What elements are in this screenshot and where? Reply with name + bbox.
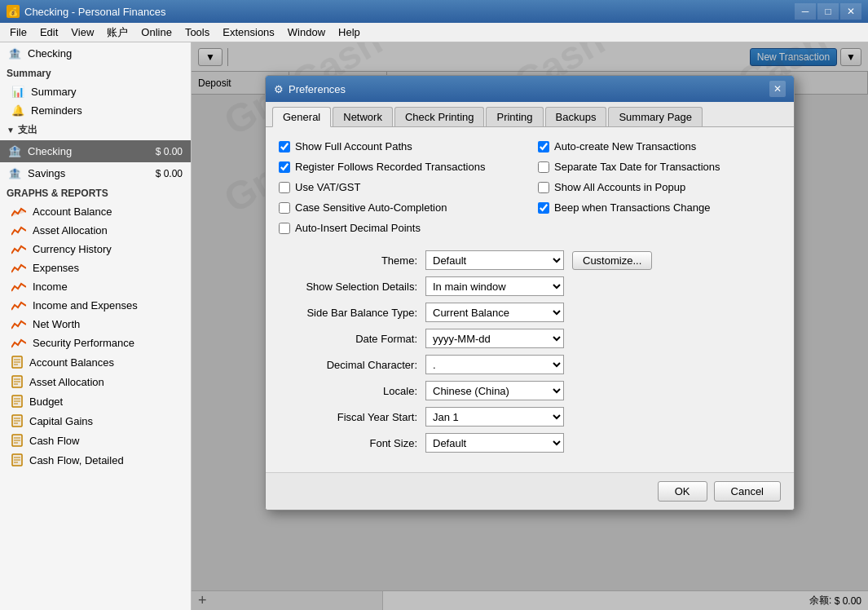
tab-network[interactable]: Network [333, 107, 393, 126]
checkbox-auto-create-input[interactable] [538, 141, 549, 152]
checkbox-register-follows-input[interactable] [279, 161, 290, 173]
chart-icon [11, 225, 26, 236]
tab-general[interactable]: General [272, 107, 331, 127]
report-icon [11, 414, 23, 427]
account-balances-report-label: Account Balances [29, 356, 114, 369]
chart-icon [11, 300, 26, 312]
menu-tools[interactable]: Tools [178, 24, 216, 40]
sidebar-item-reminders[interactable]: 🔔 Reminders [0, 101, 191, 120]
sidebar-balance-row: Side Bar Balance Type: Current Balance [279, 303, 781, 322]
sidebar-item-expenses[interactable]: Expenses [0, 259, 191, 277]
sidebar-balance-select[interactable]: Current Balance [425, 303, 564, 322]
sidebar-top-account[interactable]: 🏦 Checking [0, 42, 191, 64]
sidebar-account-checking[interactable]: 🏦 Checking $ 0.00 [0, 140, 191, 162]
menu-extensions[interactable]: Extensions [216, 24, 281, 40]
dialog-title: Preferences [289, 83, 346, 95]
summary-icon: 📊 [11, 86, 24, 98]
checkbox-auto-insert-decimal-input[interactable] [279, 223, 290, 234]
checkbox-vat-gst-input[interactable] [279, 182, 290, 193]
income-expenses-label: Income and Expenses [33, 299, 138, 312]
checkbox-show-all-accounts-input[interactable] [538, 182, 549, 193]
sidebar-item-income-expenses[interactable]: Income and Expenses [0, 296, 191, 315]
sidebar-top-account-label: Checking [28, 47, 72, 60]
cancel-button[interactable]: Cancel [714, 481, 781, 502]
locale-select[interactable]: Chinese (China) [425, 381, 564, 400]
tab-summary-page[interactable]: Summary Page [608, 107, 703, 126]
app-icon: 💰 [7, 5, 20, 18]
dialog-overlay: ⚙ Preferences ✕ General Network Check Pr… [192, 42, 868, 610]
sidebar-reminders-label: Reminders [31, 104, 82, 117]
decimal-char-label: Decimal Character: [279, 359, 425, 371]
menu-view[interactable]: View [64, 24, 100, 40]
customize-button[interactable]: Customize... [572, 251, 652, 270]
maximize-button[interactable]: □ [817, 3, 839, 20]
fiscal-year-select[interactable]: Jan 1 [425, 407, 564, 427]
checkbox-case-sensitive-input[interactable] [279, 202, 290, 214]
sidebar-section-summary-header: Summary [0, 64, 191, 82]
income-label: Income [33, 281, 68, 293]
menu-edit[interactable]: Edit [33, 24, 64, 40]
ok-button[interactable]: OK [658, 481, 707, 502]
sidebar-item-account-balances-report[interactable]: Account Balances [0, 352, 191, 372]
checkbox-auto-create-label: Auto-create New Transactions [554, 140, 696, 152]
chart-icon [11, 263, 26, 274]
sidebar: 🏦 Checking Summary 📊 Summary 🔔 Reminders… [0, 42, 192, 610]
dialog-tabs: General Network Check Printing Printing … [266, 102, 794, 127]
checkbox-beep-input[interactable] [538, 202, 549, 214]
close-button[interactable]: ✕ [840, 3, 861, 20]
preferences-dialog: ⚙ Preferences ✕ General Network Check Pr… [265, 75, 795, 511]
minimize-button[interactable]: ─ [795, 3, 816, 20]
capital-gains-label: Capital Gains [29, 415, 93, 427]
sidebar-account-savings[interactable]: 🏦 Savings $ 0.00 [0, 162, 191, 184]
menu-online[interactable]: Online [134, 24, 178, 40]
menu-window[interactable]: Window [281, 24, 332, 40]
checkbox-auto-insert-decimal-label: Auto-Insert Decimal Points [295, 222, 421, 234]
checkboxes-area: Show Full Account Paths Auto-create New … [279, 140, 781, 234]
show-selection-select[interactable]: In main window [425, 276, 564, 296]
sidebar-item-summary[interactable]: 📊 Summary [0, 82, 191, 101]
sidebar-item-asset-allocation[interactable]: Asset Allocation [0, 221, 191, 240]
tab-check-printing[interactable]: Check Printing [394, 107, 485, 126]
tab-printing[interactable]: Printing [486, 107, 543, 126]
sidebar-item-currency-history[interactable]: Currency History [0, 240, 191, 259]
sidebar-item-capital-gains[interactable]: Capital Gains [0, 411, 191, 431]
dialog-close-button[interactable]: ✕ [769, 81, 786, 97]
account-balance-label: Account Balance [33, 206, 112, 218]
sidebar-item-cash-flow[interactable]: Cash Flow [0, 431, 191, 450]
checkbox-register-follows-label: Register Follows Recorded Transactions [295, 161, 485, 173]
font-size-select[interactable]: Default [425, 433, 564, 453]
menu-accounts[interactable]: 账户 [100, 24, 134, 42]
checkbox-beep: Beep when Transactions Change [538, 201, 781, 214]
sidebar-item-net-worth[interactable]: Net Worth [0, 315, 191, 334]
checkbox-show-full-paths-label: Show Full Account Paths [295, 140, 412, 152]
chart-icon [11, 338, 26, 349]
content-area: GnuCash GnuCash GnuCash GnuCash ▼ New Tr… [192, 42, 868, 610]
date-format-select[interactable]: yyyy-MM-dd [425, 329, 564, 348]
locale-label: Locale: [279, 385, 425, 397]
app-title: Checking - Personal Finances [24, 6, 165, 18]
menu-help[interactable]: Help [332, 24, 367, 40]
checking-icon: 🏦 [8, 145, 21, 157]
reminders-icon: 🔔 [11, 104, 24, 117]
dialog-titlebar: ⚙ Preferences ✕ [266, 76, 794, 102]
report-icon [11, 375, 23, 388]
checkbox-show-full-paths-input[interactable] [279, 141, 290, 152]
sidebar-item-budget[interactable]: Budget [0, 391, 191, 411]
decimal-char-select[interactable]: . [425, 355, 564, 374]
theme-select[interactable]: Default [425, 250, 564, 270]
dialog-icon: ⚙ [274, 83, 284, 95]
sidebar-item-income[interactable]: Income [0, 277, 191, 296]
menu-file[interactable]: File [3, 24, 33, 40]
sidebar-item-asset-allocation-report[interactable]: Asset Allocation [0, 372, 191, 391]
checkbox-separate-tax: Separate Tax Date for Transactions [538, 161, 781, 173]
chart-icon [11, 206, 26, 218]
sidebar-item-security-performance[interactable]: Security Performance [0, 334, 191, 352]
savings-icon: 🏦 [8, 167, 21, 179]
sidebar-balance-label: Side Bar Balance Type: [279, 307, 425, 319]
tab-backups[interactable]: Backups [545, 107, 607, 126]
sidebar-item-account-balance[interactable]: Account Balance [0, 202, 191, 221]
checkbox-separate-tax-input[interactable] [538, 161, 549, 173]
checkbox-separate-tax-label: Separate Tax Date for Transactions [554, 161, 720, 173]
date-format-row: Date Format: yyyy-MM-dd [279, 329, 781, 348]
sidebar-item-cash-flow-detailed[interactable]: Cash Flow, Detailed [0, 450, 191, 470]
